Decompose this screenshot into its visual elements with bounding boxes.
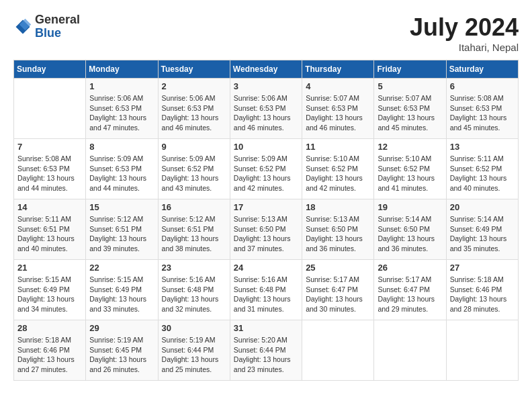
day-info: Sunrise: 5:17 AM Sunset: 6:47 PM Dayligh… xyxy=(378,275,442,314)
day-info: Sunrise: 5:14 AM Sunset: 6:49 PM Dayligh… xyxy=(450,214,515,254)
day-number: 8 xyxy=(89,142,154,152)
weekday-header-tuesday: Tuesday xyxy=(158,60,230,79)
day-info: Sunrise: 5:06 AM Sunset: 6:53 PM Dayligh… xyxy=(234,93,298,133)
calendar-cell: 4Sunrise: 5:07 AM Sunset: 6:53 PM Daylig… xyxy=(302,79,374,139)
calendar-week-1: 1Sunrise: 5:06 AM Sunset: 6:53 PM Daylig… xyxy=(14,79,519,139)
day-number: 6 xyxy=(450,81,515,91)
weekday-header-monday: Monday xyxy=(86,60,158,79)
calendar-cell: 27Sunrise: 5:18 AM Sunset: 6:46 PM Dayli… xyxy=(446,260,518,320)
day-info: Sunrise: 5:12 AM Sunset: 6:51 PM Dayligh… xyxy=(89,214,154,254)
day-info: Sunrise: 5:06 AM Sunset: 6:53 PM Dayligh… xyxy=(89,93,154,133)
calendar-cell: 15Sunrise: 5:12 AM Sunset: 6:51 PM Dayli… xyxy=(86,199,158,260)
calendar-cell: 26Sunrise: 5:17 AM Sunset: 6:47 PM Dayli… xyxy=(374,260,446,320)
calendar-cell: 13Sunrise: 5:11 AM Sunset: 6:52 PM Dayli… xyxy=(446,139,518,199)
day-info: Sunrise: 5:19 AM Sunset: 6:44 PM Dayligh… xyxy=(162,335,226,375)
day-info: Sunrise: 5:13 AM Sunset: 6:50 PM Dayligh… xyxy=(234,214,298,254)
day-info: Sunrise: 5:07 AM Sunset: 6:53 PM Dayligh… xyxy=(306,93,370,133)
calendar-cell xyxy=(374,320,446,381)
title-block: July 2024 Itahari, Nepal xyxy=(410,13,519,53)
calendar-cell: 31Sunrise: 5:20 AM Sunset: 6:44 PM Dayli… xyxy=(230,320,302,381)
day-number: 13 xyxy=(450,142,515,152)
day-info: Sunrise: 5:17 AM Sunset: 6:47 PM Dayligh… xyxy=(306,275,370,314)
page-header: GeneralBlue July 2024 Itahari, Nepal xyxy=(13,13,519,53)
calendar-cell xyxy=(446,320,518,381)
day-number: 26 xyxy=(378,263,442,273)
day-info: Sunrise: 5:09 AM Sunset: 6:52 PM Dayligh… xyxy=(234,154,298,193)
day-number: 16 xyxy=(162,202,226,212)
calendar-cell: 29Sunrise: 5:19 AM Sunset: 6:45 PM Dayli… xyxy=(86,320,158,381)
calendar-week-4: 21Sunrise: 5:15 AM Sunset: 6:49 PM Dayli… xyxy=(14,260,519,320)
day-info: Sunrise: 5:10 AM Sunset: 6:52 PM Dayligh… xyxy=(378,154,442,193)
day-info: Sunrise: 5:08 AM Sunset: 6:53 PM Dayligh… xyxy=(17,154,82,193)
day-info: Sunrise: 5:16 AM Sunset: 6:48 PM Dayligh… xyxy=(162,275,226,314)
calendar-cell: 11Sunrise: 5:10 AM Sunset: 6:52 PM Dayli… xyxy=(302,139,374,199)
calendar-cell xyxy=(14,79,86,139)
day-number: 24 xyxy=(234,263,298,273)
calendar-week-2: 7Sunrise: 5:08 AM Sunset: 6:53 PM Daylig… xyxy=(14,139,519,199)
calendar-cell: 12Sunrise: 5:10 AM Sunset: 6:52 PM Dayli… xyxy=(374,139,446,199)
logo-text: GeneralBlue xyxy=(35,13,80,40)
weekday-header-saturday: Saturday xyxy=(446,60,518,79)
day-info: Sunrise: 5:16 AM Sunset: 6:48 PM Dayligh… xyxy=(234,275,298,314)
day-info: Sunrise: 5:09 AM Sunset: 6:52 PM Dayligh… xyxy=(162,154,226,193)
calendar-cell: 1Sunrise: 5:06 AM Sunset: 6:53 PM Daylig… xyxy=(86,79,158,139)
day-info: Sunrise: 5:15 AM Sunset: 6:49 PM Dayligh… xyxy=(89,275,154,314)
day-info: Sunrise: 5:12 AM Sunset: 6:51 PM Dayligh… xyxy=(162,214,226,254)
calendar-cell: 18Sunrise: 5:13 AM Sunset: 6:50 PM Dayli… xyxy=(302,199,374,260)
day-number: 15 xyxy=(89,202,154,212)
day-number: 11 xyxy=(306,142,370,152)
calendar-cell: 14Sunrise: 5:11 AM Sunset: 6:51 PM Dayli… xyxy=(14,199,86,260)
calendar-cell: 19Sunrise: 5:14 AM Sunset: 6:50 PM Dayli… xyxy=(374,199,446,260)
day-number: 14 xyxy=(17,202,82,212)
calendar-cell: 16Sunrise: 5:12 AM Sunset: 6:51 PM Dayli… xyxy=(158,199,230,260)
day-number: 28 xyxy=(17,323,82,333)
weekday-header-sunday: Sunday xyxy=(14,60,86,79)
day-info: Sunrise: 5:11 AM Sunset: 6:51 PM Dayligh… xyxy=(17,214,82,254)
day-info: Sunrise: 5:15 AM Sunset: 6:49 PM Dayligh… xyxy=(17,275,82,314)
logo: GeneralBlue xyxy=(13,13,80,40)
day-info: Sunrise: 5:18 AM Sunset: 6:46 PM Dayligh… xyxy=(17,335,82,375)
calendar-cell: 6Sunrise: 5:08 AM Sunset: 6:53 PM Daylig… xyxy=(446,79,518,139)
calendar-cell: 17Sunrise: 5:13 AM Sunset: 6:50 PM Dayli… xyxy=(230,199,302,260)
day-info: Sunrise: 5:14 AM Sunset: 6:50 PM Dayligh… xyxy=(378,214,442,254)
day-number: 21 xyxy=(17,263,82,273)
day-info: Sunrise: 5:18 AM Sunset: 6:46 PM Dayligh… xyxy=(450,275,515,314)
calendar-table: SundayMondayTuesdayWednesdayThursdayFrid… xyxy=(13,60,519,381)
calendar-cell: 7Sunrise: 5:08 AM Sunset: 6:53 PM Daylig… xyxy=(14,139,86,199)
month-title: July 2024 xyxy=(410,13,519,42)
day-number: 7 xyxy=(17,142,82,152)
day-number: 1 xyxy=(89,81,154,91)
day-info: Sunrise: 5:09 AM Sunset: 6:53 PM Dayligh… xyxy=(89,154,154,193)
day-number: 25 xyxy=(306,263,370,273)
day-number: 3 xyxy=(234,81,298,91)
weekday-header-row: SundayMondayTuesdayWednesdayThursdayFrid… xyxy=(14,60,519,79)
calendar-cell: 10Sunrise: 5:09 AM Sunset: 6:52 PM Dayli… xyxy=(230,139,302,199)
day-number: 29 xyxy=(89,323,154,333)
calendar-cell: 30Sunrise: 5:19 AM Sunset: 6:44 PM Dayli… xyxy=(158,320,230,381)
day-info: Sunrise: 5:13 AM Sunset: 6:50 PM Dayligh… xyxy=(306,214,370,254)
calendar-week-3: 14Sunrise: 5:11 AM Sunset: 6:51 PM Dayli… xyxy=(14,199,519,260)
weekday-header-friday: Friday xyxy=(374,60,446,79)
day-number: 30 xyxy=(162,323,226,333)
calendar-cell: 21Sunrise: 5:15 AM Sunset: 6:49 PM Dayli… xyxy=(14,260,86,320)
calendar-cell: 25Sunrise: 5:17 AM Sunset: 6:47 PM Dayli… xyxy=(302,260,374,320)
calendar-cell: 28Sunrise: 5:18 AM Sunset: 6:46 PM Dayli… xyxy=(14,320,86,381)
day-number: 2 xyxy=(162,81,226,91)
day-info: Sunrise: 5:20 AM Sunset: 6:44 PM Dayligh… xyxy=(234,335,298,375)
location: Itahari, Nepal xyxy=(410,42,519,53)
calendar-cell: 20Sunrise: 5:14 AM Sunset: 6:49 PM Dayli… xyxy=(446,199,518,260)
calendar-cell: 2Sunrise: 5:06 AM Sunset: 6:53 PM Daylig… xyxy=(158,79,230,139)
day-number: 19 xyxy=(378,202,442,212)
logo-icon xyxy=(13,17,32,36)
day-number: 17 xyxy=(234,202,298,212)
day-number: 22 xyxy=(89,263,154,273)
day-info: Sunrise: 5:10 AM Sunset: 6:52 PM Dayligh… xyxy=(306,154,370,193)
calendar-cell: 23Sunrise: 5:16 AM Sunset: 6:48 PM Dayli… xyxy=(158,260,230,320)
weekday-header-thursday: Thursday xyxy=(302,60,374,79)
day-number: 5 xyxy=(378,81,442,91)
day-number: 23 xyxy=(162,263,226,273)
calendar-cell xyxy=(302,320,374,381)
calendar-week-5: 28Sunrise: 5:18 AM Sunset: 6:46 PM Dayli… xyxy=(14,320,519,381)
day-number: 4 xyxy=(306,81,370,91)
calendar-cell: 24Sunrise: 5:16 AM Sunset: 6:48 PM Dayli… xyxy=(230,260,302,320)
